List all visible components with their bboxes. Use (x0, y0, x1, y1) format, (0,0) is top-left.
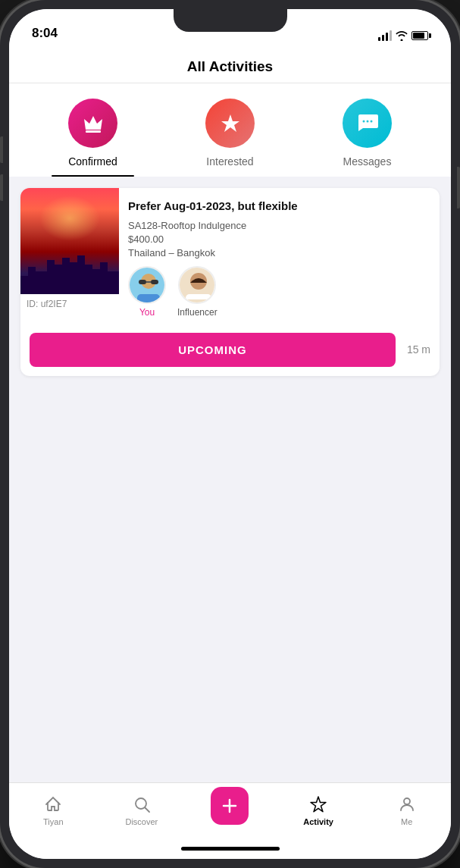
nav-add[interactable] (186, 787, 274, 834)
svg-point-17 (404, 798, 410, 804)
home-icon (43, 794, 63, 814)
sky-glow (39, 196, 100, 241)
status-time: 8:04 (32, 26, 58, 41)
you-avatar-svg (130, 268, 166, 304)
content-area: All Activities Confirmed (9, 47, 451, 782)
card-price: $400.00 (128, 233, 430, 245)
avatars-row: You (128, 266, 430, 318)
home-indicator-bar (9, 847, 451, 859)
confirmed-icon-circle (68, 99, 117, 148)
avatar-you: You (128, 266, 166, 318)
chat-icon (355, 111, 380, 136)
svg-rect-6 (137, 294, 160, 304)
buildings (20, 249, 119, 294)
activity-icon-svg (309, 795, 327, 813)
influencer-label: Influencer (177, 307, 217, 318)
notch (174, 9, 287, 32)
battery-icon (411, 31, 428, 40)
star-icon (218, 111, 243, 136)
card-subtitle: SA128-Rooftop Indulgence (128, 220, 430, 231)
activity-card: ID: uf2IE7 Prefer Aug-01-2023, but flexi… (20, 188, 440, 376)
svg-rect-12 (186, 294, 211, 304)
svg-point-2 (366, 120, 368, 122)
activity-star-icon (308, 794, 328, 814)
card-image (20, 188, 119, 294)
influencer-avatar-svg (180, 268, 216, 304)
volume-down-button (0, 174, 3, 201)
avatar-influencer: Influencer (177, 266, 217, 318)
svg-rect-9 (146, 281, 151, 283)
card-location: Thailand – Bangkok (128, 247, 430, 259)
svg-point-1 (362, 120, 365, 122)
card-details: Prefer Aug-01-2023, but flexible SA128-R… (119, 188, 440, 325)
add-button[interactable] (211, 787, 249, 825)
nav-discover[interactable]: Discover (98, 794, 186, 826)
nav-activity-label: Activity (303, 817, 333, 826)
tab-confirmed[interactable]: Confirmed (24, 99, 161, 177)
power-button (457, 167, 460, 208)
nav-tiyan[interactable]: Tiyan (9, 794, 98, 826)
you-label: You (139, 307, 155, 318)
person-icon-svg (398, 795, 416, 813)
nav-tiyan-label: Tiyan (43, 817, 64, 826)
tabs-row: Confirmed Interested (9, 99, 451, 177)
nav-me-label: Me (401, 817, 412, 826)
card-image-side: ID: uf2IE7 (20, 188, 119, 325)
wifi-icon (396, 31, 408, 41)
person-icon (397, 794, 417, 814)
tabs-section: Confirmed Interested (9, 83, 451, 177)
nav-activity[interactable]: Activity (274, 794, 363, 826)
upcoming-button[interactable]: UPCOMING (30, 333, 396, 367)
signal-icon (378, 30, 392, 41)
search-icon-svg (133, 795, 151, 813)
home-icon-svg (44, 795, 62, 813)
svg-rect-0 (86, 130, 101, 133)
svg-rect-7 (139, 280, 146, 284)
interested-icon-circle (205, 99, 255, 148)
nav-discover-label: Discover (125, 817, 158, 826)
time-badge: 15 m (407, 343, 430, 356)
tab-confirmed-label: Confirmed (68, 155, 117, 168)
status-icons (378, 30, 428, 41)
plus-icon (220, 796, 239, 816)
bottom-nav: Tiyan Discover (9, 782, 451, 847)
search-icon (132, 794, 152, 814)
svg-point-3 (370, 120, 372, 122)
svg-rect-8 (151, 280, 158, 284)
messages-icon-circle (343, 99, 392, 148)
card-bottom: UPCOMING 15 m (20, 325, 440, 376)
cards-section: ID: uf2IE7 Prefer Aug-01-2023, but flexi… (9, 177, 451, 782)
page-header: All Activities (9, 47, 451, 83)
home-indicator (181, 847, 280, 851)
tab-messages[interactable]: Messages (299, 99, 436, 177)
tab-interested-label: Interested (206, 155, 253, 168)
avatar-you-image (128, 266, 166, 304)
card-inner: ID: uf2IE7 Prefer Aug-01-2023, but flexi… (20, 188, 440, 325)
card-title: Prefer Aug-01-2023, but flexible (128, 199, 430, 214)
svg-line-14 (145, 808, 149, 813)
phone-screen: 8:04 All Activities (9, 9, 451, 859)
phone-frame: 8:04 All Activities (0, 0, 460, 868)
crown-icon (81, 111, 105, 136)
avatar-influencer-image (178, 266, 216, 304)
nav-me[interactable]: Me (362, 794, 451, 826)
tab-interested[interactable]: Interested (161, 99, 299, 177)
card-id: ID: uf2IE7 (20, 294, 119, 314)
volume-up-button (0, 136, 3, 163)
page-title: All Activities (187, 58, 273, 74)
tab-messages-label: Messages (343, 155, 392, 168)
